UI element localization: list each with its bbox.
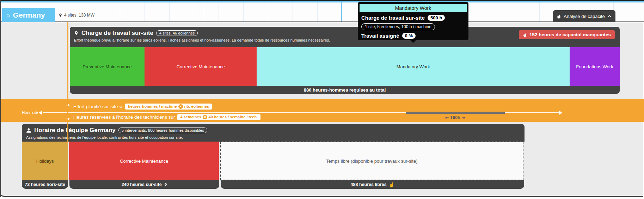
formula-left: 4 semaines bbox=[180, 115, 201, 119]
planned-effort-row: Effort planifié sur-site ∝ heures-hommes… bbox=[73, 103, 212, 110]
missing-capacity-label: 152 heures de capacité manquantes bbox=[529, 32, 611, 37]
footer-label: 240 heures sur-site bbox=[122, 182, 162, 187]
team-panel-subtitle: Assignations des techniciens de l'équipe… bbox=[26, 135, 520, 139]
location-pin-icon bbox=[74, 30, 79, 36]
onsite-arrow-icon bbox=[559, 111, 562, 115]
location-pin-icon bbox=[59, 13, 62, 18]
left-edge bbox=[0, 0, 1, 197]
footer-label: 72 heures hors-site bbox=[25, 182, 65, 187]
team-panel-title: Horaire de l'équipe Germany bbox=[34, 127, 116, 134]
missing-capacity-badge: 152 heures de capacité manquantes bbox=[519, 30, 615, 39]
team-segment-corrective[interactable]: Corrective Maintenance bbox=[69, 142, 219, 180]
region-site-info: 4 sites, 138 MW bbox=[59, 13, 94, 18]
tooltip-title: Mandatory Work bbox=[360, 4, 467, 12]
range-start-icon bbox=[445, 115, 450, 120]
header-band bbox=[0, 2, 644, 22]
multiply-icon bbox=[203, 115, 207, 119]
workload-sites-badge: 4 sites, 46 éoliennes bbox=[156, 30, 198, 36]
workload-segment-corrective[interactable]: Corrective Maintenance bbox=[145, 47, 257, 86]
formula-right: 40 heures / semaine / tech. bbox=[209, 115, 258, 119]
offsite-arrow-icon bbox=[39, 111, 42, 115]
flame-icon bbox=[557, 14, 561, 19]
segment-label: Corrective Maintenance bbox=[177, 64, 225, 69]
workload-panel: Charge de travail sur-site 4 sites, 46 é… bbox=[70, 27, 620, 94]
160h-range-bar bbox=[406, 112, 505, 114]
onsite-hours-footer: 240 heures sur-site bbox=[69, 180, 219, 189]
reserved-hours-formula: 4 semaines 40 heures / semaine / tech. bbox=[177, 114, 260, 120]
workload-panel-title: Charge de travail sur-site bbox=[81, 30, 153, 37]
team-bar: Holidays Corrective Maintenance Temps li… bbox=[22, 142, 525, 180]
calendar-accent-line bbox=[204, 2, 204, 21]
tooltip-workload-value: 500 h bbox=[428, 15, 445, 21]
workload-segment-foundations[interactable]: Foundations Work bbox=[570, 47, 620, 86]
formula-right: nb. éoliennes bbox=[184, 104, 209, 108]
offsite-hours-footer: 72 heures hors-site bbox=[22, 180, 68, 189]
free-hours-footer: 488 heures libres ☝ bbox=[221, 180, 524, 189]
flame-icon bbox=[523, 32, 527, 37]
location-pin-icon bbox=[164, 182, 167, 187]
team-panel-header: Horaire de l'équipe Germany 5 intervenan… bbox=[22, 124, 525, 142]
range-value: 160h bbox=[450, 115, 460, 120]
capacity-analysis-label: Analyse de capacité bbox=[564, 14, 605, 19]
tooltip-assigned-value: 0 % bbox=[402, 33, 416, 39]
team-segment-free-time[interactable]: Temps libre (disponible pour travaux sur… bbox=[220, 142, 523, 180]
workload-panel-header: Charge de travail sur-site 4 sites, 46 é… bbox=[70, 27, 620, 47]
formula-left: heures-hommes / machine bbox=[128, 104, 177, 108]
person-icon bbox=[26, 128, 31, 133]
chevron-up-icon bbox=[607, 14, 612, 19]
offsite-label: Hors-site bbox=[22, 110, 38, 114]
160h-range-label: 160h bbox=[406, 115, 505, 120]
reserved-hours-text: Heures réservées à l'horaire des technic… bbox=[73, 114, 175, 120]
footer-label: 488 heures libres bbox=[351, 182, 387, 187]
home-icon: ⌂ bbox=[6, 12, 10, 18]
workload-segment-preventive[interactable]: Preventive Maintenance bbox=[70, 47, 145, 86]
segment-label: Temps libre (disponible pour travaux sur… bbox=[326, 158, 417, 164]
segment-tooltip: Mandatory Work Charge de travail sur-sit… bbox=[358, 2, 468, 40]
planned-effort-formula: heures-hommes / machine nb. éoliennes bbox=[125, 104, 212, 110]
segment-label: Mandatory Work bbox=[397, 64, 430, 69]
region-title: Germany bbox=[13, 11, 45, 19]
region-title-chip[interactable]: ⌂ Germany bbox=[2, 8, 55, 22]
reserved-hours-row: Heures réservées à l'horaire des technic… bbox=[73, 113, 260, 120]
segment-label: Preventive Maintenance bbox=[82, 64, 131, 69]
capacity-analysis-toggle[interactable]: Analyse de capacité bbox=[553, 10, 615, 22]
team-schedule-panel: Horaire de l'équipe Germany 5 intervenan… bbox=[22, 124, 525, 189]
workload-segment-mandatory[interactable]: Mandatory Work bbox=[257, 47, 570, 86]
segment-label: Corrective Maintenance bbox=[120, 158, 168, 164]
planned-effort-text: Effort planifié sur-site ∝ bbox=[73, 104, 123, 109]
hand-pointer-icon: ☝ bbox=[389, 182, 394, 187]
team-availability-badge: 5 intervenants, 800 heures-hommes dispon… bbox=[118, 128, 207, 133]
tooltip-assigned-label: Travail assigné bbox=[361, 33, 399, 39]
workload-total-footer: 880 heures-hommes requises au total bbox=[70, 86, 620, 94]
tooltip-detail-badge: 1 site, 5 éoliennes, 100 h / machine bbox=[361, 23, 435, 30]
tooltip-pointer bbox=[410, 40, 416, 43]
range-end-icon bbox=[460, 115, 465, 120]
segment-label: Holidays bbox=[36, 158, 54, 164]
offsite-boundary-line bbox=[67, 22, 68, 142]
calendar-accent-line bbox=[341, 2, 342, 21]
team-footers: 72 heures hors-site 240 heures sur-site … bbox=[22, 180, 525, 189]
team-segment-holidays[interactable]: Holidays bbox=[22, 142, 68, 180]
multiply-icon bbox=[178, 104, 183, 109]
capacity-analysis-page: ⌂ Germany 4 sites, 138 MW Analyse de cap… bbox=[0, 0, 644, 199]
segment-label: Foundations Work bbox=[576, 64, 613, 69]
tooltip-workload-label: Charge de travail sur-site bbox=[361, 15, 425, 21]
workload-bar: Preventive Maintenance Corrective Mainte… bbox=[70, 47, 620, 86]
site-info-label: 4 sites, 138 MW bbox=[64, 13, 94, 18]
workload-total-label: 880 heures-hommes requises au total bbox=[304, 87, 386, 93]
